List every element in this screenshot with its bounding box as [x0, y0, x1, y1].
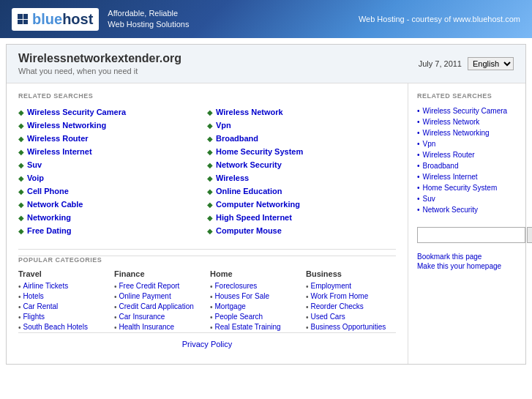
cat-link[interactable]: Health Insurance [119, 323, 175, 331]
list-item: ◆ Vpn [207, 119, 396, 132]
search-link[interactable]: Cell Phone [27, 187, 69, 195]
search-link[interactable]: Wireless Networking [27, 121, 106, 130]
cat-link[interactable]: Car Rental [23, 302, 59, 310]
cat-link[interactable]: South Beach Hotels [23, 323, 88, 331]
site-title: Wirelessnetworkextender.org [18, 52, 181, 65]
diamond-icon: ◆ [18, 135, 24, 143]
list-item: • Home Security System [417, 182, 517, 193]
cat-link[interactable]: Online Payment [119, 292, 171, 300]
list-item: • Suv [417, 193, 517, 204]
list-item: • Used Cars [306, 312, 396, 322]
cat-link[interactable]: Work From Home [311, 292, 369, 300]
sidebar-related-label: RELATED SEARCHES [417, 92, 517, 100]
search-link[interactable]: Wireless Internet [27, 147, 92, 156]
list-item: ◆ Broadband [207, 132, 396, 145]
search-link[interactable]: Online Education [216, 187, 282, 195]
cat-link[interactable]: Reorder Checks [311, 302, 364, 310]
search-link[interactable]: Broadband [216, 134, 258, 143]
sidebar-bullet-icon: • [417, 151, 420, 159]
list-item: • Work From Home [306, 291, 396, 302]
search-link[interactable]: Voip [27, 174, 44, 182]
language-select[interactable]: English [468, 57, 514, 70]
bullet-icon: • [114, 283, 117, 291]
search-link[interactable]: Computer Networking [216, 200, 300, 209]
cat-link[interactable]: Airline Tickets [23, 282, 69, 290]
business-column: Business • Employment • Work From Home •… [306, 269, 396, 332]
logo-blue: blue [32, 11, 62, 27]
bookmark-this-page: Bookmark this page [417, 252, 517, 261]
cat-link[interactable]: Flights [23, 313, 45, 321]
sidebar-link[interactable]: Vpn [423, 140, 436, 148]
sidebar-bullet-icon: • [417, 162, 420, 170]
list-item: • Mortgage [210, 302, 300, 312]
bullet-icon: • [18, 313, 21, 321]
cat-link[interactable]: Credit Card Application [119, 302, 194, 310]
diamond-icon: ◆ [207, 227, 213, 235]
search-link[interactable]: Wireless [216, 174, 249, 182]
sidebar-link[interactable]: Broadband [423, 162, 459, 170]
cat-link[interactable]: Car Insurance [119, 313, 165, 321]
list-item: ◆ Wireless [207, 171, 396, 184]
cat-link[interactable]: Real Estate Training [215, 323, 281, 331]
list-item: ◆ Online Education [207, 184, 396, 198]
sidebar-link[interactable]: Wireless Internet [423, 173, 478, 181]
list-item: • Network Security [417, 204, 517, 215]
cat-link[interactable]: Free Credit Report [119, 282, 180, 290]
sidebar-link[interactable]: Suv [423, 195, 435, 203]
home-column: Home • Foreclosures • Houses For Sale • … [210, 269, 300, 332]
bullet-icon: • [18, 303, 21, 311]
search-link[interactable]: High Speed Internet [216, 213, 292, 222]
list-item: • Business Opportunities [306, 322, 396, 332]
cat-link[interactable]: Business Opportunities [311, 323, 386, 331]
diamond-icon: ◆ [18, 108, 24, 116]
bullet-icon: • [114, 313, 117, 321]
search-link[interactable]: Vpn [216, 121, 231, 130]
list-item: ◆ Suv [18, 158, 207, 171]
content-area: RELATED SEARCHES ◆ Wireless Security Cam… [7, 83, 525, 364]
privacy-policy-link[interactable]: Privacy Policy [182, 340, 232, 348]
finance-column: Finance • Free Credit Report • Online Pa… [114, 269, 204, 332]
search-link[interactable]: Home Security System [216, 147, 303, 156]
sidebar-link[interactable]: Wireless Router [423, 151, 475, 159]
bullet-icon: • [306, 324, 309, 332]
sidebar-link[interactable]: Wireless Security Camera [423, 107, 508, 115]
search-link[interactable]: Suv [27, 160, 42, 169]
cat-link[interactable]: People Search [215, 313, 263, 321]
search-link[interactable]: Network Security [216, 160, 282, 169]
cat-link[interactable]: Houses For Sale [215, 292, 269, 300]
sidebar-bullet-icon: • [417, 107, 420, 115]
search-input-row: Search [417, 227, 517, 243]
sidebar-search-input[interactable] [417, 227, 525, 243]
cat-link[interactable]: Hotels [23, 292, 44, 300]
search-link[interactable]: Networking [27, 213, 71, 222]
diamond-icon: ◆ [207, 135, 213, 143]
sidebar-link[interactable]: Home Security System [423, 184, 498, 192]
bullet-icon: • [18, 324, 21, 332]
list-item: ◆ Wireless Router [18, 132, 207, 145]
search-link[interactable]: Wireless Network [216, 108, 283, 116]
sidebar-bullet-icon: • [417, 118, 420, 126]
divider [18, 249, 396, 250]
privacy-policy-section: Privacy Policy [18, 332, 396, 355]
cat-link[interactable]: Mortgage [215, 302, 246, 310]
cat-link[interactable]: Foreclosures [215, 282, 258, 290]
homepage-link[interactable]: Make this your homepage [417, 262, 501, 270]
sidebar-link[interactable]: Network Security [423, 206, 479, 214]
sidebar-link[interactable]: Wireless Network [423, 118, 480, 126]
search-link[interactable]: Computer Mouse [216, 226, 282, 235]
date-lang-area: July 7, 2011 English [419, 57, 514, 70]
search-link[interactable]: Free Dating [27, 226, 72, 235]
list-item: • Reorder Checks [306, 302, 396, 312]
list-item: • Vpn [417, 138, 517, 149]
bookmark-link[interactable]: Bookmark this page [417, 253, 482, 261]
sidebar-search-button[interactable]: Search [527, 227, 532, 243]
sidebar-link[interactable]: Wireless Networking [423, 129, 490, 137]
list-item: • Car Insurance [114, 312, 204, 322]
search-link[interactable]: Wireless Router [27, 134, 89, 143]
list-item: ◆ Wireless Networking [18, 119, 207, 132]
cat-link[interactable]: Used Cars [311, 313, 345, 321]
search-link[interactable]: Network Cable [27, 200, 83, 209]
cat-link[interactable]: Employment [311, 282, 352, 290]
diamond-icon: ◆ [207, 108, 213, 116]
search-link[interactable]: Wireless Security Camera [27, 108, 126, 116]
